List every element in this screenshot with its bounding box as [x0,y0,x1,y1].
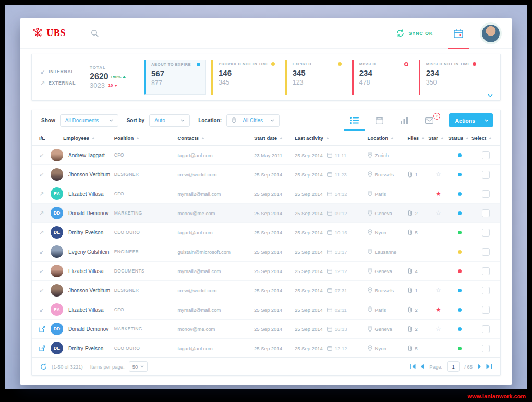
column-header-status[interactable]: Status [448,135,471,141]
internal-filter[interactable]: ↙ INTERNAL [40,68,82,75]
contact-email[interactable]: mymail2@mail.com [177,191,221,197]
refresh-button[interactable] [40,363,47,370]
row-checkbox[interactable] [482,287,490,294]
employee-name[interactable]: Donald Demonov [68,210,108,216]
star-icon[interactable]: ★ [436,191,441,197]
view-toggle-group: 2 [342,110,442,131]
last-page-button[interactable] [486,364,492,369]
row-checkbox[interactable] [482,267,490,275]
table-row[interactable]: ↗ DE Dmitry Evelson CEO OURO tagart@aol.… [32,223,500,242]
star-icon[interactable]: ☆ [436,287,441,293]
files-cell[interactable]: 4 [407,268,428,274]
employee-name[interactable]: Elizabet Villasa [68,191,104,197]
sync-status[interactable]: SYNC OK [396,29,433,38]
paperclip-icon [407,306,413,313]
star-icon[interactable]: ☆ [436,326,441,332]
contact-email[interactable]: monov@me.com [177,326,215,332]
column-header-select[interactable]: Select [471,135,500,141]
documents-dropdown[interactable]: All Documents [60,114,118,127]
page-input[interactable]: 1 [447,361,460,372]
files-cell[interactable]: 1 [407,171,428,178]
table-row[interactable]: ↗ DD Donald Demonov MARKETING monov@me.c… [32,204,500,223]
files-cell[interactable]: 1 [407,287,428,293]
employee-name[interactable]: Evgeny Gulshtein [68,249,109,255]
table-row[interactable]: ↙ Jhonson Verbitum DESIGNER crew@workit.… [32,165,500,184]
contact-email[interactable]: crew@workit.com [177,288,216,293]
view-mail-toggle[interactable]: 2 [417,110,442,131]
star-icon[interactable]: ★ [436,306,441,313]
table-row[interactable]: ↙ Andrew Taggart CFO tagart@aol.com 23 M… [32,146,500,165]
files-cell[interactable]: 2 [407,306,428,313]
column-header-star[interactable]: Star [428,135,448,141]
employee-name[interactable]: Elizabet Villasa [68,307,104,313]
calendar-button[interactable] [448,18,469,48]
table-row[interactable]: ↙ Jhonson Verbitum DESIGNER crew@workit.… [32,281,500,300]
contact-email[interactable]: monov@me.com [177,210,215,216]
next-page-button[interactable] [477,364,481,369]
view-list-toggle[interactable] [342,110,367,131]
table-row[interactable]: DE Dmitry Evelson CEO OURO tagart@aol.co… [32,339,500,358]
files-cell[interactable]: 2 [407,210,428,216]
files-cell[interactable]: 5 [407,229,428,235]
table-row[interactable]: DD Donald Demonov MARKETING monov@me.com… [32,320,500,339]
files-cell[interactable]: 5 [407,345,428,351]
stat-card[interactable]: MISSED NOT IN TIME 234 350 [419,60,481,95]
star-icon[interactable]: ☆ [436,171,441,178]
star-icon[interactable]: ☆ [436,210,441,216]
table-row[interactable]: ↙ Elizabet Villasa DOCUMENTS mymail2@mai… [32,262,500,281]
table-row[interactable]: ↙ Evgeny Gulshtein ENGINEER gulstain@mic… [32,242,500,262]
column-header-employees[interactable]: Employees [47,135,114,141]
contact-email[interactable]: tagart@aol.com [177,230,212,235]
row-checkbox[interactable] [482,229,490,237]
row-checkbox[interactable] [482,345,490,352]
files-cell[interactable]: 2 [407,326,428,332]
table-row[interactable]: ↙ EA Elizabet Villasa CFO mymail2@mail.c… [32,300,500,320]
column-header-position[interactable]: Position [114,135,178,141]
stat-card[interactable]: ABOUT TO EXPIRE 567 877 [144,60,206,95]
employee-name[interactable]: Jhonson Verbitum [68,288,110,293]
column-header-last-activity[interactable]: Last activity [295,135,368,141]
location-dropdown[interactable]: All Cities [226,114,280,127]
external-filter[interactable]: ↗ EXTERNAL [40,80,82,87]
employee-name[interactable]: Andrew Taggart [68,152,105,158]
contact-email[interactable]: gulstain@microsoft.com [177,249,231,255]
view-chart-toggle[interactable] [392,110,417,131]
stat-card[interactable]: PROVIDED NOT IN TIME 146 345 [211,60,280,95]
column-header-ie[interactable]: I/E [32,135,47,141]
view-calendar-toggle[interactable] [367,110,392,131]
contact-email[interactable]: mymail2@mail.com [177,268,221,274]
row-checkbox[interactable] [482,151,490,159]
stat-card[interactable]: MISSED 234 478 [352,60,414,95]
column-header-contacts[interactable]: Contacts [177,135,254,141]
column-header-start-date[interactable]: Start date [254,135,295,141]
employee-name[interactable]: Jhonson Verbitum [68,172,110,178]
contact-email[interactable]: crew@workit.com [177,172,216,178]
column-header-location[interactable]: Location [368,135,408,141]
per-page-value: 50 [132,364,138,370]
row-checkbox[interactable] [482,209,490,217]
row-checkbox[interactable] [482,325,490,333]
row-checkbox[interactable] [482,171,490,179]
prev-page-button[interactable] [420,364,425,369]
column-header-files[interactable]: Files [407,135,428,141]
search-button[interactable] [91,29,99,38]
user-avatar[interactable] [482,25,500,42]
employee-name[interactable]: Donald Demonov [68,326,108,332]
per-page-dropdown[interactable]: 50 [129,361,148,372]
contact-email[interactable]: mymail2@mail.com [177,307,221,313]
sort-dropdown[interactable]: Auto [149,114,190,127]
row-checkbox[interactable] [482,306,490,314]
contact-email[interactable]: tagart@aol.com [177,152,212,158]
contact-email[interactable]: tagart@aol.com [177,346,212,351]
stat-card[interactable]: EXPIRED 345 123 [285,60,347,95]
row-checkbox[interactable] [482,248,490,256]
actions-button[interactable]: Actions [449,113,493,127]
employee-name[interactable]: Elizabet Villasa [68,268,104,274]
table-row[interactable]: ↗ EA Elizabet Villasa CFO mymail2@mail.c… [32,184,500,204]
row-checkbox[interactable] [482,190,490,198]
refresh-icon [40,363,47,370]
first-page-button[interactable] [410,364,416,369]
stats-collapse-chevron[interactable] [488,94,493,97]
employee-name[interactable]: Dmitry Evelson [68,230,103,235]
employee-name[interactable]: Dmitry Evelson [68,346,103,351]
